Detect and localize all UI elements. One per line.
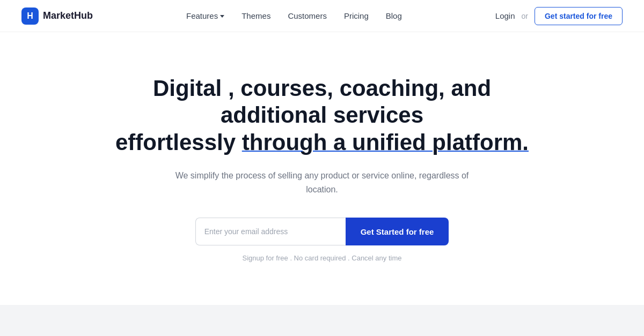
nav-item-features[interactable]: Features <box>186 11 224 20</box>
navbar: H MarketHub Features Themes Customers Pr… <box>0 0 644 32</box>
hero-title: Digital , courses, coaching, and additio… <box>113 75 531 156</box>
email-input[interactable] <box>195 218 346 245</box>
logo-letter: H <box>27 11 33 21</box>
hero-title-line2-plain: effortlessly <box>115 130 242 155</box>
logo-icon: H <box>21 8 39 25</box>
hero-cta-group: Get Started for free <box>195 218 449 245</box>
nav-auth: Login or Get started for free <box>495 7 623 25</box>
logo-link[interactable]: H MarketHub <box>21 8 93 25</box>
nav-cta-button[interactable]: Get started for free <box>535 7 623 25</box>
all-in-one-section: All-in-one platform Streamline Your Onli… <box>0 305 644 336</box>
nav-item-themes[interactable]: Themes <box>241 11 270 21</box>
hero-title-line1: Digital , courses, coaching, and additio… <box>153 76 491 128</box>
hero-fine-print: Signup for free . No card required . Can… <box>243 254 402 262</box>
nav-item-blog[interactable]: Blog <box>386 11 402 21</box>
features-link[interactable]: Features <box>186 11 224 20</box>
logo-name: MarketHub <box>43 10 93 21</box>
hero-title-line2-underline: through a unified platform. <box>242 130 529 155</box>
login-link[interactable]: Login <box>495 11 515 20</box>
hero-cta-button[interactable]: Get Started for free <box>346 218 449 245</box>
nav-item-customers[interactable]: Customers <box>288 11 327 21</box>
pricing-link[interactable]: Pricing <box>344 11 369 20</box>
hero-subtitle: We simplify the process of selling any p… <box>172 169 472 196</box>
nav-item-pricing[interactable]: Pricing <box>344 11 369 21</box>
themes-link[interactable]: Themes <box>241 11 270 20</box>
nav-links: Features Themes Customers Pricing Blog <box>186 11 402 21</box>
customers-link[interactable]: Customers <box>288 11 327 20</box>
chevron-down-icon <box>220 15 224 18</box>
features-label: Features <box>186 11 218 20</box>
hero-section: Digital , courses, coaching, and additio… <box>0 32 644 305</box>
or-separator: or <box>522 12 528 20</box>
blog-link[interactable]: Blog <box>386 11 402 20</box>
